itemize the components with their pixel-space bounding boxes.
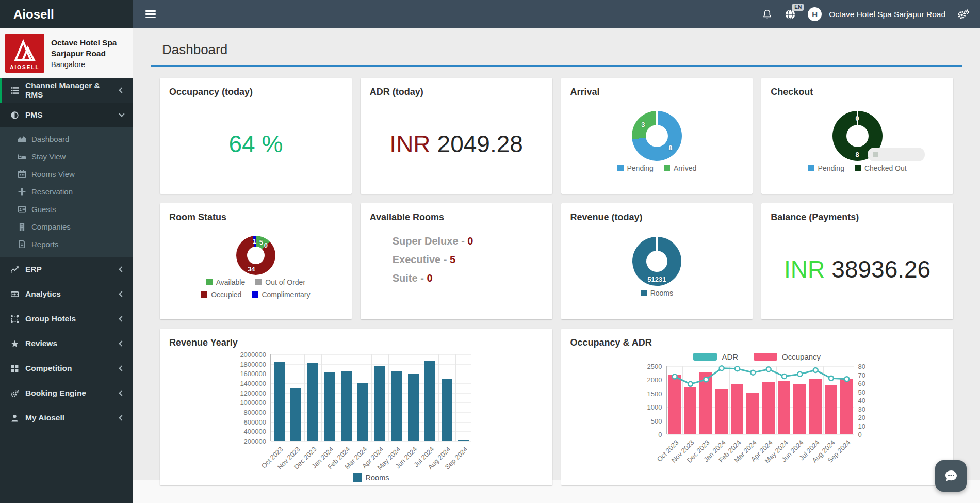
gridline	[338, 354, 338, 441]
right-y-tick: 40	[858, 397, 865, 404]
left-y-tick: 0	[658, 431, 662, 439]
notifications-bell-icon[interactable]	[762, 9, 773, 20]
card-title: Occupancy & ADR	[561, 329, 954, 348]
gridline	[455, 354, 456, 441]
balance-currency: INR	[784, 255, 825, 283]
sidebar-item-dashboard[interactable]: Dashboard	[0, 130, 133, 148]
revenue-bar-feb-2024	[341, 371, 352, 441]
legend-label: Occupied	[211, 290, 241, 299]
sidebar-item-channel-manager[interactable]: Channel Manager & RMS	[0, 78, 133, 103]
room-count: 0	[427, 272, 432, 284]
y-axis-tick: 1200000	[240, 389, 266, 397]
legend-label: Out of Order	[265, 278, 305, 286]
main-area: EN H Octave Hotel Spa Sarjapur Road Dash…	[133, 0, 980, 503]
card-checkout: Checkout 08 PendingChecked Out	[761, 78, 953, 194]
revenue-yearly-chart: 2000000180000016000001400000120000010000…	[160, 348, 552, 482]
card-occupancy-today: Occupancy (today) 64 %	[160, 78, 352, 194]
slice-value-label: 8	[668, 144, 672, 152]
sidebar-item-pms[interactable]: PMS	[0, 103, 133, 127]
sidebar-item-group-hotels[interactable]: Group Hotels	[0, 306, 133, 331]
revenue-chart-area: 2000000180000016000001400000120000010000…	[237, 354, 552, 441]
cards-row-3: Revenue Yearly 2000000180000016000001400…	[160, 329, 953, 485]
pms-icon	[9, 111, 20, 119]
sidebar-subitem-label: Companies	[31, 222, 71, 231]
sidebar-item-label: PMS	[25, 110, 43, 120]
rooms-view-icon	[17, 170, 26, 178]
erp-icon	[9, 266, 20, 273]
card-room-status: Room Status 50341 AvailableOut of OrderO…	[160, 203, 352, 319]
chevron-left-icon	[119, 390, 124, 396]
balance-amount: 38936.26	[831, 255, 930, 283]
sidebar-item-reports[interactable]: Reports	[0, 235, 133, 253]
legend-swatch	[201, 291, 207, 298]
legend-swatch	[353, 473, 362, 482]
sidebar-item-reservation[interactable]: Reservation	[0, 183, 133, 200]
sidebar-subitem-label: Reports	[31, 240, 59, 249]
sidebar-item-erp[interactable]: ERP	[0, 257, 133, 282]
hamburger-menu-button[interactable]	[145, 10, 156, 18]
chat-launcher-button[interactable]	[935, 460, 967, 492]
right-y-tick: 50	[858, 388, 865, 396]
sidebar-item-my-aiosell[interactable]: My Aiosell	[0, 405, 133, 430]
legend-swatch	[664, 165, 670, 171]
card-revenue-today: Revenue (today) 51231 Rooms	[561, 203, 753, 319]
card-title: Revenue (today)	[561, 203, 753, 223]
sidebar-item-competition[interactable]: Competition	[0, 356, 133, 381]
avatar[interactable]: H	[808, 7, 822, 21]
sidebar-item-reviews[interactable]: Reviews	[0, 331, 133, 356]
cards-row-2: Room Status 50341 AvailableOut of OrderO…	[160, 203, 953, 319]
chevron-left-icon	[119, 266, 124, 272]
chevron-down-icon	[119, 111, 124, 117]
room-count: 0	[467, 235, 473, 247]
y-axis-tick: 600000	[244, 418, 266, 426]
legend-item: Complimentary	[252, 290, 310, 299]
sidebar-item-rooms-view[interactable]: Rooms View	[0, 165, 133, 183]
y-axis-tick: 1800000	[240, 360, 266, 368]
slice-value-label: 34	[248, 265, 255, 272]
right-y-axis: 80706050403020100	[854, 366, 873, 434]
revenue-bar-nov-2023	[290, 388, 301, 441]
chevron-left-icon	[119, 365, 124, 371]
current-hotel-name[interactable]: Octave Hotel Spa Sarjapur Road	[829, 10, 945, 19]
language-badge: EN	[792, 4, 804, 11]
left-y-tick: 1000	[647, 403, 662, 411]
booking-engine-icon	[9, 390, 20, 397]
hotel-name: Octave Hotel Spa Sarjapur Road	[51, 38, 128, 58]
revenue-bar-jun-2024	[408, 374, 419, 441]
checkout-legend: PendingChecked Out	[803, 162, 912, 177]
card-title: Arrival	[561, 78, 753, 98]
card-occupancy-adr: Occupancy & ADR ADROccupancy250020001500…	[561, 329, 954, 485]
hotel-text: Octave Hotel Spa Sarjapur Road Bangalore	[51, 38, 128, 68]
chevron-left-icon	[119, 340, 124, 346]
legend-label: Arrived	[674, 164, 696, 172]
pms-submenu: DashboardStay ViewRooms ViewReservationG…	[0, 127, 133, 257]
legend-item: Available	[206, 278, 246, 286]
brand: Aiosell	[0, 0, 133, 28]
sidebar-item-booking-engine[interactable]: Booking Engine	[0, 381, 133, 405]
app-root: Aiosell AIOSELL Octave Hotel Spa Sarjapu…	[0, 0, 980, 503]
sidebar-item-stay-view[interactable]: Stay View	[0, 148, 133, 165]
adr-currency: INR	[389, 130, 430, 158]
settings-cogs-icon[interactable]	[957, 9, 970, 20]
sidebar-item-analytics[interactable]: Analytics	[0, 282, 133, 306]
language-globe-icon[interactable]: EN	[784, 8, 796, 21]
sidebar-item-label: My Aiosell	[25, 413, 64, 423]
hotel-info: AIOSELL Octave Hotel Spa Sarjapur Road B…	[0, 28, 133, 78]
cards-row-1: Occupancy (today) 64 % ADR (today) INR 2…	[160, 78, 953, 194]
avatar-letter: H	[812, 10, 818, 19]
sidebar-subitem-label: Dashboard	[31, 135, 69, 143]
revenue-bar-apr-2024	[374, 366, 385, 441]
gridline	[371, 354, 372, 441]
sidebar-item-companies[interactable]: Companies	[0, 218, 133, 235]
legend-item: Out of Order	[255, 278, 305, 286]
revenue-bar-aug-2024	[442, 379, 452, 441]
segment-divider	[656, 237, 658, 251]
sidebar-item-label: Booking Engine	[25, 388, 86, 398]
aiosell-logo-icon	[11, 37, 38, 63]
gridline	[438, 354, 439, 441]
legend-label: Rooms	[366, 474, 389, 482]
legend-label: Rooms	[650, 289, 673, 297]
y-axis-tick: 1600000	[240, 370, 266, 378]
sidebar-item-guests[interactable]: Guests	[0, 200, 133, 218]
y-axis: 2000000180000016000001400000120000010000…	[237, 354, 270, 441]
